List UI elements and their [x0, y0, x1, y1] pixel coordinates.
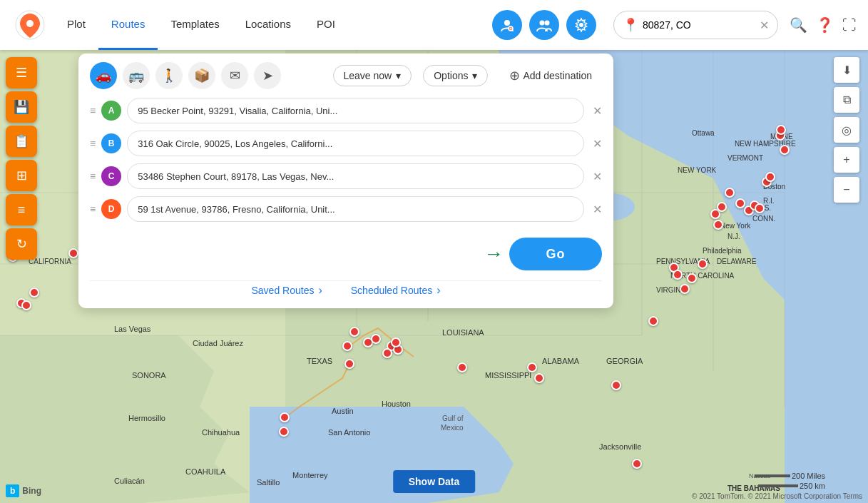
svg-text:DELAWARE: DELAWARE: [717, 258, 757, 265]
nav-item-locations[interactable]: Locations: [233, 0, 304, 50]
map-pin: [776, 125, 786, 135]
svg-text:Hermosillo: Hermosillo: [128, 414, 165, 422]
map-pin: [687, 273, 697, 283]
nav-item-poi[interactable]: POI: [304, 0, 348, 50]
waypoints-scroll[interactable]: ≡ A ✕ ≡ B ✕ ≡ C ✕ ≡ D ✕: [90, 98, 602, 229]
nav-item-templates[interactable]: Templates: [158, 0, 232, 50]
svg-text:Austin: Austin: [332, 407, 354, 415]
leave-now-button[interactable]: Leave now ▾: [333, 65, 412, 86]
options-button[interactable]: Options ▾: [423, 65, 488, 86]
svg-text:ALABAMA: ALABAMA: [542, 357, 580, 365]
right-zoom-in-icon[interactable]: +: [834, 147, 859, 173]
map-copyright: © 2021 TomTom. © 2021 Microsoft Corporat…: [692, 492, 862, 500]
sidebar-doc-icon[interactable]: 📋: [6, 126, 37, 157]
search-input[interactable]: [643, 19, 757, 31]
svg-point-6: [540, 21, 545, 26]
map-pin: [21, 300, 31, 310]
svg-text:LOUISIANA: LOUISIANA: [442, 328, 484, 337]
waypoint-clear-a[interactable]: ✕: [593, 104, 602, 118]
map-pin: [371, 334, 381, 344]
nav-icons: [492, 10, 596, 40]
sidebar-grid-icon[interactable]: ⊞: [6, 160, 37, 191]
leave-now-label: Leave now: [344, 70, 392, 81]
drag-handle-b[interactable]: ≡: [90, 138, 96, 149]
nav-person-icon[interactable]: [492, 10, 522, 40]
map-pin: [68, 248, 78, 258]
waypoint-input-d[interactable]: [127, 196, 584, 222]
sidebar-refresh-icon[interactable]: ↻: [6, 228, 37, 260]
topnav: Plot Routes Templates Locations POI: [0, 0, 868, 50]
svg-text:Jacksonville: Jacksonville: [599, 442, 641, 451]
nav-help-icon[interactable]: ❓: [816, 16, 834, 34]
map-pin: [391, 337, 401, 347]
go-row: → Go: [90, 238, 602, 270]
go-button[interactable]: Go: [509, 238, 602, 270]
transport-truck-btn[interactable]: 📦: [188, 62, 215, 89]
map-pin: [673, 270, 683, 280]
map-pin: [29, 288, 39, 298]
scale-km-label: 250 km: [800, 482, 825, 490]
sidebar-menu-icon[interactable]: ☰: [6, 57, 37, 88]
transport-bus-btn[interactable]: 🚌: [123, 62, 150, 89]
map-pin: [611, 380, 621, 390]
scale-line-km: [758, 484, 798, 487]
svg-text:NEW YORK: NEW YORK: [678, 166, 717, 174]
saved-routes-link[interactable]: Saved Routes ›: [251, 284, 322, 297]
right-sidebar: ⬇ ⧉ ◎ + −: [834, 57, 859, 203]
transport-walk-btn[interactable]: 🚶: [155, 62, 183, 89]
transport-navigate-btn[interactable]: ➤: [254, 62, 281, 89]
sidebar-list-icon[interactable]: ≡: [6, 194, 37, 225]
map-scale: 200 Miles 250 km: [755, 472, 825, 490]
right-layers-icon[interactable]: ⧉: [834, 87, 859, 113]
right-location-icon[interactable]: ◎: [834, 117, 859, 143]
svg-text:Gulf of: Gulf of: [442, 415, 464, 422]
map-pin: [755, 203, 765, 213]
logo[interactable]: [11, 6, 48, 44]
search-bar[interactable]: 📍 ✕: [613, 11, 778, 39]
search-clear-icon[interactable]: ✕: [760, 19, 769, 32]
right-download-icon[interactable]: ⬇: [834, 57, 859, 83]
nav-fullscreen-icon[interactable]: ⛶: [842, 17, 857, 34]
map-pin: [342, 341, 352, 351]
svg-text:CONN.: CONN.: [752, 215, 775, 223]
svg-point-2: [504, 20, 510, 26]
drag-handle-c[interactable]: ≡: [90, 171, 96, 182]
transport-car-btn[interactable]: 🚗: [90, 62, 117, 89]
waypoint-clear-b[interactable]: ✕: [593, 137, 602, 151]
waypoint-clear-c[interactable]: ✕: [593, 170, 602, 183]
scale-bar-miles: 200 Miles: [755, 472, 825, 480]
waypoint-badge-b: B: [101, 133, 121, 153]
add-destination-button[interactable]: ⊕ Add destination: [499, 63, 602, 88]
scheduled-routes-link[interactable]: Scheduled Routes ›: [351, 284, 441, 297]
waypoint-badge-a: A: [101, 101, 121, 121]
waypoint-row-b: ≡ B ✕: [90, 131, 602, 156]
map-pin: [349, 327, 359, 337]
waypoint-clear-d[interactable]: ✕: [593, 203, 602, 216]
transport-email-btn[interactable]: ✉: [221, 62, 248, 89]
waypoint-badge-d: D: [101, 199, 121, 219]
scale-line-miles: [755, 474, 790, 477]
waypoint-input-b[interactable]: [127, 131, 584, 156]
right-zoom-out-icon[interactable]: −: [834, 177, 859, 203]
nav-links: Plot Routes Templates Locations POI: [54, 0, 348, 50]
sidebar-save-icon[interactable]: 💾: [6, 91, 37, 123]
show-data-button[interactable]: Show Data: [393, 470, 476, 493]
waypoint-input-c[interactable]: [127, 163, 584, 189]
svg-text:Ciudad Juárez: Ciudad Juárez: [193, 339, 243, 347]
nav-settings-icon[interactable]: [566, 10, 596, 40]
nav-group-icon[interactable]: [529, 10, 559, 40]
map-pin: [457, 362, 467, 372]
nav-search-icon[interactable]: 🔍: [790, 16, 807, 34]
nav-item-routes[interactable]: Routes: [98, 0, 158, 50]
map-pin: [717, 202, 727, 212]
add-dest-label: Add destination: [523, 70, 592, 81]
svg-text:COAHUILA: COAHUILA: [185, 467, 226, 476]
drag-handle-d[interactable]: ≡: [90, 203, 96, 215]
svg-text:R.I.: R.I.: [763, 197, 775, 205]
svg-text:SONORA: SONORA: [132, 371, 166, 380]
map-pin: [698, 259, 708, 269]
svg-text:Saltillo: Saltillo: [257, 478, 280, 487]
drag-handle-a[interactable]: ≡: [90, 105, 96, 116]
waypoint-input-a[interactable]: [127, 98, 584, 123]
nav-item-plot[interactable]: Plot: [54, 0, 98, 50]
